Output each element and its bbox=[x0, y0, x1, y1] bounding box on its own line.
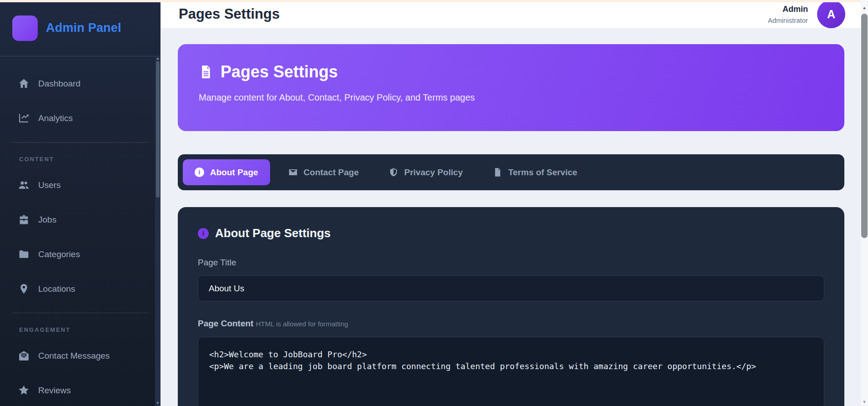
main-area: Pages Settings Admin Administrator A Pag… bbox=[161, 0, 861, 406]
user-role: Administrator bbox=[768, 16, 808, 24]
sidebar-item-label: Jobs bbox=[38, 215, 56, 225]
scroll-up-icon[interactable]: ▲ bbox=[861, 5, 868, 10]
sidebar-section-engagement: ENGAGEMENT bbox=[19, 326, 151, 333]
content: Pages Settings Manage content for About,… bbox=[161, 29, 861, 406]
user-text: Admin Administrator bbox=[768, 5, 808, 24]
info-circle-icon: i bbox=[195, 167, 204, 177]
page-title-input[interactable] bbox=[198, 275, 824, 301]
tab-label: Privacy Policy bbox=[404, 167, 463, 178]
sidebar-scroll-down-icon[interactable]: ▼ bbox=[155, 401, 161, 405]
page-title-label: Page Title bbox=[198, 258, 824, 268]
main-header: Pages Settings Admin Administrator A bbox=[161, 0, 861, 29]
scroll-down-icon[interactable]: ▼ bbox=[861, 400, 868, 404]
sidebar: Admin Panel Dashboard Analytics CONTENT … bbox=[0, 0, 161, 406]
sidebar-item-label: Reviews bbox=[38, 386, 71, 396]
page-content-hint: HTML is allowed for formatting bbox=[256, 320, 348, 328]
users-icon bbox=[18, 179, 30, 191]
page-content-label: Page Content bbox=[198, 319, 253, 328]
sidebar-nav: Dashboard Analytics CONTENT Users Jobs C… bbox=[0, 56, 161, 401]
user-block[interactable]: Admin Administrator A bbox=[768, 0, 845, 28]
banner-title: Pages Settings bbox=[221, 62, 338, 81]
avatar[interactable]: A bbox=[817, 0, 845, 28]
sidebar-item-dashboard[interactable]: Dashboard bbox=[9, 73, 151, 94]
tab-contact-page[interactable]: Contact Page bbox=[276, 159, 371, 185]
star-icon bbox=[18, 385, 30, 396]
sidebar-item-label: Categories bbox=[38, 249, 80, 259]
banner-title-row: Pages Settings bbox=[199, 62, 823, 81]
page-scrollbar-thumb[interactable] bbox=[861, 14, 868, 238]
info-circle-icon: i bbox=[198, 228, 209, 239]
sidebar-item-label: Dashboard bbox=[38, 79, 80, 89]
card-title-row: i About Page Settings bbox=[198, 226, 824, 240]
sidebar-item-analytics[interactable]: Analytics bbox=[9, 107, 151, 129]
folder-icon bbox=[18, 249, 30, 260]
sidebar-item-locations[interactable]: Locations bbox=[9, 278, 151, 299]
sidebar-section-content: CONTENT bbox=[19, 156, 151, 162]
briefcase-icon bbox=[18, 214, 30, 225]
sidebar-scrollbar[interactable]: ▲ ▼ bbox=[155, 56, 161, 406]
sidebar-item-label: Users bbox=[38, 180, 61, 190]
page-content-label-row: Page Content HTML is allowed for formatt… bbox=[198, 319, 824, 329]
tab-about-page[interactable]: i About Page bbox=[183, 159, 270, 185]
window-top-strip bbox=[0, 0, 868, 2]
sidebar-item-users[interactable]: Users bbox=[9, 174, 151, 196]
app-root: Admin Panel Dashboard Analytics CONTENT … bbox=[0, 0, 868, 406]
file-alt-icon bbox=[199, 65, 213, 79]
card-title: About Page Settings bbox=[215, 226, 331, 240]
sidebar-scroll-up-icon[interactable]: ▲ bbox=[155, 56, 161, 61]
home-icon bbox=[18, 78, 30, 89]
file-contract-icon bbox=[493, 167, 502, 177]
sidebar-item-label: Analytics bbox=[38, 113, 73, 123]
page-title: Pages Settings bbox=[179, 6, 280, 22]
map-pin-icon bbox=[18, 283, 30, 294]
about-page-settings-card: i About Page Settings Page Title Page Co… bbox=[178, 207, 844, 406]
sidebar-item-label: Contact Messages bbox=[38, 351, 110, 361]
pages-tabs: i About Page Contact Page Privacy Policy… bbox=[178, 154, 844, 190]
tab-privacy-policy[interactable]: Privacy Policy bbox=[377, 159, 475, 185]
tab-terms-of-service[interactable]: Terms of Service bbox=[481, 159, 589, 185]
envelope-icon bbox=[288, 167, 298, 177]
sidebar-item-jobs[interactable]: Jobs bbox=[9, 209, 151, 230]
envelope-open-icon bbox=[18, 350, 30, 361]
sidebar-divider bbox=[12, 142, 149, 142]
tab-label: About Page bbox=[210, 167, 258, 178]
sidebar-scrollbar-thumb[interactable] bbox=[156, 61, 160, 198]
page-scrollbar[interactable]: ▲ ▼ bbox=[861, 0, 868, 406]
page-content-textarea[interactable]: <h2>Welcome to JobBoard Pro</h2> <p>We a… bbox=[198, 337, 824, 406]
sidebar-item-contact-messages[interactable]: Contact Messages bbox=[9, 345, 151, 366]
sidebar-item-reviews[interactable]: Reviews bbox=[9, 380, 151, 401]
user-name: Admin bbox=[768, 5, 808, 14]
sidebar-item-categories[interactable]: Categories bbox=[9, 244, 151, 265]
chart-line-icon bbox=[18, 112, 30, 124]
tab-label: Contact Page bbox=[304, 167, 359, 178]
pages-settings-banner: Pages Settings Manage content for About,… bbox=[178, 44, 844, 131]
sidebar-divider bbox=[12, 313, 149, 313]
tab-label: Terms of Service bbox=[508, 167, 577, 178]
app-logo bbox=[12, 15, 38, 41]
shield-icon bbox=[389, 167, 398, 177]
sidebar-header: Admin Panel bbox=[0, 0, 161, 56]
banner-subtitle: Manage content for About, Contact, Priva… bbox=[199, 92, 823, 103]
brand-title: Admin Panel bbox=[46, 21, 121, 35]
sidebar-item-label: Locations bbox=[38, 284, 75, 294]
